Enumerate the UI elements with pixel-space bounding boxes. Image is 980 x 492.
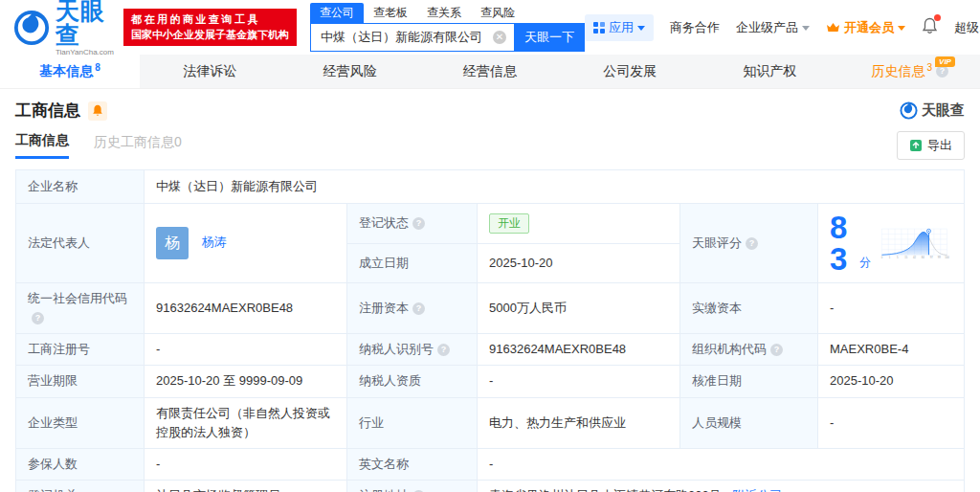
taxpayer-quality-label: 纳税人资质 xyxy=(347,366,478,397)
open-vip-menu[interactable]: 开通会员 xyxy=(826,19,905,36)
english-name-value: - xyxy=(478,448,965,480)
svg-text:15: 15 xyxy=(904,256,908,259)
cooperation-label: 商务合作 xyxy=(670,19,720,36)
main-content: 工商信息 天眼查 工商信息 历史工商信息0 导出 xyxy=(0,100,980,492)
legal-rep-link[interactable]: 杨涛 xyxy=(202,235,227,249)
industry-label: 行业 xyxy=(347,397,478,448)
est-date-value: 2025-10-20 xyxy=(478,244,680,283)
chevron-down-icon xyxy=(637,26,645,31)
org-code-value: MAEXR0BE-4 xyxy=(818,334,965,366)
search-tab-company[interactable]: 查公司 xyxy=(310,3,364,23)
logo-swirl-icon xyxy=(900,101,918,120)
company-name-label: 企业名称 xyxy=(16,170,145,204)
monitor-bell-icon[interactable] xyxy=(88,101,107,121)
clear-search-icon[interactable]: ✕ xyxy=(493,31,506,44)
export-file-icon xyxy=(909,139,923,152)
company-type-label: 企业类型 xyxy=(16,397,145,448)
tab-count: 8 xyxy=(95,62,100,73)
insured-count-value: - xyxy=(145,448,347,480)
svg-text:0: 0 xyxy=(881,256,883,259)
info-icon[interactable] xyxy=(437,344,450,356)
business-cooperation-link[interactable]: 商务合作 xyxy=(670,19,720,36)
paid-capital-label: 实缴资本 xyxy=(680,283,818,334)
tab-intellectual-property[interactable]: 知识产权 xyxy=(700,55,839,88)
notification-bell-icon[interactable] xyxy=(922,17,938,37)
credit-code-value: 91632624MAEXR0BE48 xyxy=(145,283,347,334)
apps-label: 应用 xyxy=(609,19,634,36)
logo-title: 天眼查 xyxy=(56,0,114,47)
tab-label: 基本信息 xyxy=(39,63,93,80)
search-tab-risk[interactable]: 查风险 xyxy=(471,3,524,23)
approval-date-label: 核准日期 xyxy=(680,366,818,397)
score-distribution-chart: 0 1 5 15 42 84 97 99 100 xyxy=(877,218,952,268)
search-area: 查公司 查老板 查关系 查风险 ✕ 天眼一下 xyxy=(310,3,585,52)
tab-label: 经营风险 xyxy=(323,63,377,80)
tab-history-info[interactable]: VIP 历史信息 3 xyxy=(840,55,980,88)
reg-capital-label: 注册资本 xyxy=(347,283,478,334)
notification-dot xyxy=(934,14,941,21)
apps-menu[interactable]: 应用 xyxy=(585,14,654,41)
legal-rep-avatar[interactable]: 杨 xyxy=(156,227,189,259)
tab-company-development[interactable]: 公司发展 xyxy=(560,55,700,88)
reg-authority-label: 登记机关 xyxy=(16,480,145,492)
reg-status-label: 登记状态 xyxy=(347,204,478,244)
enterprise-products-menu[interactable]: 企业级产品 xyxy=(736,19,810,36)
subtab-business-registration[interactable]: 工商信息 xyxy=(15,132,69,159)
info-icon[interactable] xyxy=(412,217,425,230)
slogan-line1: 都在用的商业查询工具 xyxy=(131,12,289,28)
industry-value: 电力、热力生产和供应业 xyxy=(478,397,680,448)
credit-code-label: 统一社会信用代码 xyxy=(16,283,145,334)
slogan-line2: 国家中小企业发展子基金旗下机构 xyxy=(131,28,289,43)
reg-address-value: 青海省果洛州达日县吉迈镇黄河东路303号 附近公司 xyxy=(478,480,965,492)
search-tab-relation[interactable]: 查关系 xyxy=(417,3,471,23)
section-title: 工商信息 xyxy=(15,100,80,122)
enterprise-label: 企业级产品 xyxy=(736,19,798,36)
business-info-table: 企业名称 中煤（达日）新能源有限公司 法定代表人 杨 杨涛 登记状态 开业 天眼… xyxy=(15,169,965,492)
legal-rep-label: 法定代表人 xyxy=(16,204,145,283)
reg-number-label: 工商注册号 xyxy=(16,334,145,366)
score-number: 83 xyxy=(830,212,854,275)
reg-capital-value: 5000万人民币 xyxy=(478,283,680,334)
svg-text:42: 42 xyxy=(913,256,917,259)
chevron-down-icon xyxy=(802,26,810,31)
info-icon[interactable] xyxy=(32,312,44,324)
status-badge: 开业 xyxy=(489,213,529,234)
tianyancha-logo[interactable]: 天眼查 TianYanCha.com xyxy=(13,0,114,56)
search-button[interactable]: 天眼一下 xyxy=(514,23,585,52)
insured-count-label: 参保人数 xyxy=(16,448,145,480)
company-section-tabs: 基本信息 8 法律诉讼 经营风险 经营信息 公司发展 知识产权 VIP 历史信息… xyxy=(0,55,980,89)
tab-operating-risk[interactable]: 经营风险 xyxy=(280,55,420,88)
info-icon[interactable] xyxy=(770,344,783,356)
company-type-value: 有限责任公司（非自然人投资或控股的法人独资） xyxy=(145,397,347,448)
tab-business-info[interactable]: 经营信息 xyxy=(420,55,560,88)
tab-legal-proceedings[interactable]: 法律诉讼 xyxy=(140,55,279,88)
search-tab-boss[interactable]: 查老板 xyxy=(364,3,417,23)
info-icon[interactable] xyxy=(412,302,425,315)
reg-number-value: - xyxy=(145,334,347,366)
svg-text:97: 97 xyxy=(930,256,934,259)
subtab-history-registration[interactable]: 历史工商信息0 xyxy=(94,134,182,158)
user-account-menu[interactable]: 超级... xyxy=(954,19,980,36)
svg-text:5: 5 xyxy=(897,256,899,259)
logo-swirl-icon xyxy=(13,10,50,46)
vip-label: 开通会员 xyxy=(844,19,894,36)
username-label: 超级... xyxy=(954,19,980,36)
nearby-companies-link[interactable]: 附近公司 xyxy=(732,488,782,492)
tab-basic-info[interactable]: 基本信息 8 xyxy=(0,55,140,88)
crown-icon xyxy=(826,22,840,34)
top-bar: 天眼查 TianYanCha.com 都在用的商业查询工具 国家中小企业发展子基… xyxy=(0,0,980,55)
top-menu: 应用 商务合作 企业级产品 开通会员 超级... xyxy=(585,14,980,41)
search-input[interactable] xyxy=(310,23,514,52)
est-date-label: 成立日期 xyxy=(347,244,478,283)
info-icon[interactable] xyxy=(746,237,758,250)
taxpayer-id-value: 91632624MAEXR0BE48 xyxy=(478,334,680,366)
svg-text:84: 84 xyxy=(922,256,925,259)
staff-size-value: - xyxy=(818,397,965,448)
staff-size-label: 人员规模 xyxy=(680,397,818,448)
taxpayer-quality-value: - xyxy=(478,366,680,397)
export-button[interactable]: 导出 xyxy=(897,131,965,160)
apps-grid-icon xyxy=(593,22,605,34)
legal-rep-value: 杨 杨涛 xyxy=(145,204,347,283)
svg-text:1: 1 xyxy=(889,256,891,259)
tab-label: 经营信息 xyxy=(463,63,517,80)
